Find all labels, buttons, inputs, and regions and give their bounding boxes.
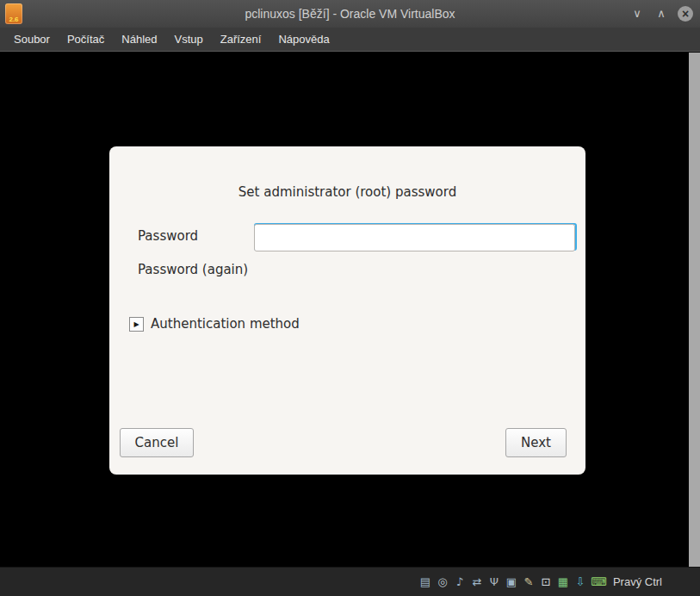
menu-nahled[interactable]: Náhled	[113, 28, 165, 52]
menu-zarizeni[interactable]: Zařízení	[212, 28, 270, 52]
shared-folders-icon[interactable]: ▣	[505, 574, 518, 590]
host-key-label: Pravý Ctrl	[613, 575, 662, 588]
password-label: Password	[138, 223, 198, 249]
titlebar: 2.6 pclinuxos [Běží] - Oracle VM Virtual…	[0, 0, 700, 28]
vm-icon-text: 2.6	[5, 16, 22, 23]
display-icon[interactable]: ⊡	[539, 574, 553, 590]
hard-disks-icon[interactable]: ▤	[418, 574, 432, 590]
recording-icon[interactable]: ✎	[522, 574, 536, 590]
menu-vstup[interactable]: Vstup	[165, 28, 211, 52]
expander-label: Authentication method	[151, 316, 300, 332]
minimize-button[interactable]: ∨	[629, 6, 645, 22]
maximize-button[interactable]: ∧	[654, 6, 669, 22]
virtualbox-vm-icon: 2.6	[5, 3, 22, 24]
usb-icon[interactable]: Ψ	[487, 574, 501, 590]
menu-napoveda[interactable]: Nápověda	[269, 28, 338, 52]
mouse-icon[interactable]: ⇩	[573, 574, 587, 590]
statusbar: ▤ ◎ ♪ ⇄ Ψ ▣ ✎ ⊡ ▦ ⇩ ⌨ Pravý Ctrl	[0, 567, 700, 596]
optical-drives-icon[interactable]: ◎	[436, 574, 449, 590]
virtualbox-window: 2.6 pclinuxos [Běží] - Oracle VM Virtual…	[0, 0, 700, 596]
next-button[interactable]: Next	[505, 428, 567, 457]
network-icon[interactable]: ⇄	[470, 574, 484, 590]
expander-arrow-icon: ▶	[129, 317, 144, 332]
keyboard-icon[interactable]: ⌨	[591, 574, 604, 590]
dialog-title: Set administrator (root) password	[109, 184, 585, 200]
window-title: pclinuxos [Běží] - Oracle VM VirtualBox	[86, 0, 614, 28]
features-icon[interactable]: ▦	[556, 574, 570, 590]
close-button[interactable]: ×	[678, 6, 693, 22]
menu-pocitac[interactable]: Počítač	[59, 28, 113, 52]
authentication-method-expander[interactable]: ▶ Authentication method	[129, 315, 300, 332]
screen-edge-strip	[689, 53, 700, 567]
menu-soubor[interactable]: Soubor	[5, 28, 59, 52]
audio-icon[interactable]: ♪	[453, 574, 467, 590]
cancel-button[interactable]: Cancel	[120, 428, 194, 457]
window-controls: ∨ ∧ ×	[629, 0, 693, 28]
root-password-dialog: Set administrator (root) password Passwo…	[109, 146, 585, 475]
status-icons: ▤ ◎ ♪ ⇄ Ψ ▣ ✎ ⊡ ▦ ⇩ ⌨	[418, 574, 604, 590]
menubar: Soubor Počítač Náhled Vstup Zařízení Náp…	[0, 28, 700, 52]
password-again-input[interactable]	[254, 224, 575, 251]
password-again-label: Password (again)	[138, 257, 248, 282]
vm-screen: Set administrator (root) password Passwo…	[0, 53, 700, 567]
